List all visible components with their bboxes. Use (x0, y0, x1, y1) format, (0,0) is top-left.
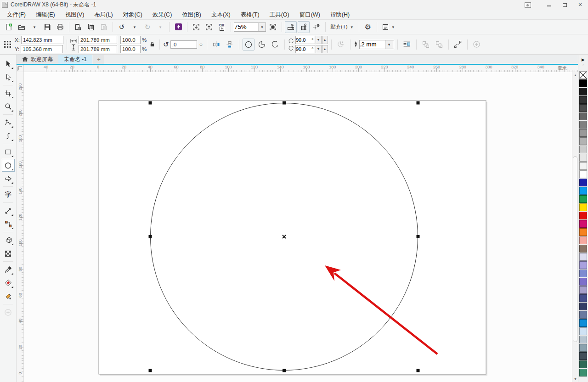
common-shapes-tool[interactable] (2, 172, 15, 185)
color-swatch-20[interactable] (579, 236, 587, 244)
horizontal-ruler[interactable]: 毫米 4020020406080100120140160180200220240… (24, 65, 578, 72)
vertical-scrollbar[interactable]: ▲ ▼ (572, 72, 578, 382)
menu-bitmaps[interactable]: 位图(B) (177, 10, 206, 20)
paste-button[interactable] (98, 21, 110, 33)
dimension-tool[interactable] (2, 204, 15, 217)
menu-table[interactable]: 表格(T) (236, 10, 265, 20)
application-launcher-button[interactable]: ▾ (380, 21, 397, 33)
open-flyout-button[interactable]: ▾ (28, 21, 40, 33)
pick-tool[interactable] (2, 57, 15, 70)
color-swatch-23[interactable] (579, 261, 587, 269)
save-button[interactable] (41, 21, 53, 33)
behind-object-button[interactable] (420, 39, 432, 51)
color-swatch-13[interactable] (579, 179, 587, 186)
export-button[interactable] (203, 21, 215, 33)
new-tab-button[interactable]: + (93, 55, 104, 64)
zoom-level-caret-button[interactable]: ▾ (258, 23, 266, 31)
menu-effects[interactable]: 效果(C) (147, 10, 177, 20)
color-swatch-21[interactable] (579, 245, 587, 253)
outline-width-input[interactable] (360, 41, 385, 48)
mirror-vertical-button[interactable] (224, 39, 236, 51)
snap-to-button[interactable]: 贴齐(T) ▾ (328, 21, 356, 33)
undo-flyout-button[interactable]: ▾ (129, 21, 141, 33)
rectangle-tool[interactable] (2, 146, 15, 158)
color-swatch-11[interactable] (579, 162, 587, 170)
copy-button[interactable] (85, 21, 97, 33)
color-swatch-31[interactable] (579, 327, 587, 335)
color-swatch-10[interactable] (579, 154, 587, 162)
menu-edit[interactable]: 编辑(E) (31, 10, 60, 20)
zoom-tool[interactable] (2, 100, 15, 113)
mirror-horizontal-button[interactable] (210, 39, 222, 51)
transparency-tool[interactable] (2, 247, 15, 260)
color-swatch-19[interactable] (579, 228, 587, 236)
color-swatch-28[interactable] (579, 303, 587, 310)
close-button[interactable]: ✕ (572, 0, 588, 10)
bspline-tool[interactable] (2, 129, 15, 142)
arc-mode-button[interactable] (269, 39, 281, 51)
color-swatch-32[interactable] (579, 336, 587, 343)
search-content-button[interactable] (172, 21, 184, 33)
y-position-input[interactable] (21, 45, 63, 53)
menu-help[interactable]: 帮助(H) (325, 10, 355, 20)
front-object-button[interactable] (433, 39, 445, 51)
tab-document-1[interactable]: 未命名 -1 (58, 55, 92, 64)
account-button[interactable] (521, 0, 535, 10)
drawing-canvas[interactable]: ▲ ▼ (24, 72, 578, 382)
color-swatch-36[interactable] (579, 369, 587, 376)
color-swatch-29[interactable] (579, 311, 587, 319)
scale-y-input[interactable] (120, 45, 141, 53)
palette-scroll-up-button[interactable]: ⌃ (582, 64, 585, 71)
menu-object[interactable]: 对象(C) (118, 10, 147, 20)
scale-x-input[interactable] (120, 36, 141, 44)
color-swatch-12[interactable] (579, 170, 587, 178)
end-angle-up-button[interactable]: ▲ (322, 45, 328, 53)
color-swatch-1[interactable] (579, 79, 587, 87)
more-tools[interactable] (2, 306, 15, 319)
shape-tool[interactable] (2, 71, 15, 84)
color-swatch-17[interactable] (579, 212, 587, 219)
outline-width-caret-button[interactable]: ▾ (385, 40, 393, 49)
color-swatch-14[interactable] (579, 187, 587, 195)
menu-view[interactable]: 视图(V) (60, 10, 90, 20)
color-swatch-6[interactable] (579, 121, 587, 129)
redo-button[interactable]: ↻ (141, 21, 153, 33)
ellipse-tool[interactable] (2, 159, 15, 172)
show-grid-button[interactable] (298, 21, 310, 33)
cut-button[interactable] (72, 21, 84, 33)
x-position-input[interactable] (21, 36, 63, 44)
import-button[interactable] (190, 21, 202, 33)
color-swatch-9[interactable] (579, 146, 587, 153)
color-swatch-3[interactable] (579, 96, 587, 104)
start-angle-down-button[interactable]: ▼ (316, 36, 322, 44)
color-swatch-15[interactable] (579, 195, 587, 203)
color-swatch-8[interactable] (579, 137, 587, 145)
fullscreen-preview-button[interactable] (267, 21, 279, 33)
menu-tools[interactable]: 工具(O) (265, 10, 294, 20)
object-width-input[interactable] (79, 36, 117, 44)
color-swatch-25[interactable] (579, 278, 587, 286)
start-angle-input[interactable] (296, 36, 311, 44)
wrap-text-button[interactable] (401, 39, 413, 51)
zoom-level-input[interactable] (234, 23, 258, 31)
color-swatch-2[interactable] (579, 88, 587, 96)
tab-welcome-screen[interactable]: 欢迎屏幕 (17, 55, 58, 64)
color-swatch-27[interactable] (579, 294, 587, 302)
color-swatch-35[interactable] (579, 360, 587, 368)
show-rulers-button[interactable] (285, 21, 297, 33)
color-swatch-26[interactable] (579, 286, 587, 294)
freehand-tool[interactable] (2, 116, 15, 129)
palette-flyout-button[interactable]: ▶ (582, 57, 585, 64)
menu-window[interactable]: 窗口(W) (294, 10, 325, 20)
color-swatch-30[interactable] (579, 319, 587, 327)
color-swatch-18[interactable] (579, 220, 587, 228)
color-swatch-7[interactable] (579, 129, 587, 137)
scroll-up-button[interactable]: ▲ (572, 72, 578, 78)
scroll-down-button[interactable]: ▼ (572, 376, 578, 382)
rotation-angle-input[interactable] (170, 40, 197, 49)
pie-mode-button[interactable] (256, 39, 268, 51)
color-swatch-24[interactable] (579, 270, 587, 277)
menu-layout[interactable]: 布局(L) (89, 10, 118, 20)
scrollbar-thumb[interactable] (573, 156, 577, 342)
menu-file[interactable]: 文件(F) (2, 10, 31, 20)
